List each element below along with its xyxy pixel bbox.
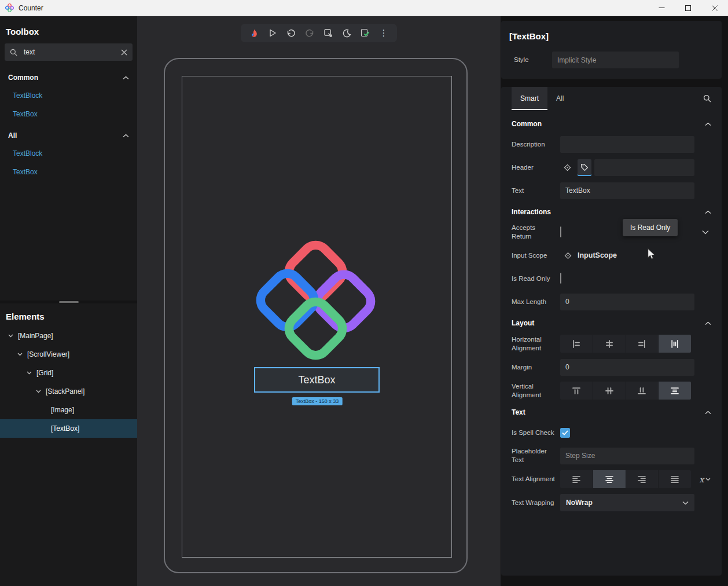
- kebab-menu-icon[interactable]: ⋮: [378, 28, 389, 38]
- section-layout-header[interactable]: Layout: [512, 316, 711, 330]
- margin-input[interactable]: [560, 359, 694, 376]
- chevron-up-icon[interactable]: [705, 122, 711, 126]
- property-row-margin: Margin: [512, 358, 711, 376]
- canvas-textbox-element[interactable]: TextBox: [254, 367, 380, 393]
- style-input[interactable]: [552, 52, 679, 68]
- input-scope-value[interactable]: InputScope: [578, 251, 617, 259]
- clear-search-icon[interactable]: [121, 49, 127, 56]
- binding-diamond-icon[interactable]: [560, 159, 575, 176]
- section-text-header[interactable]: Text: [512, 405, 711, 419]
- select-element-icon[interactable]: [323, 28, 333, 38]
- text-input[interactable]: [560, 182, 694, 199]
- toolbox-item-textbox[interactable]: TextBox: [0, 105, 137, 123]
- property-row-max-length: Max Length: [512, 293, 711, 310]
- is-read-only-checkbox[interactable]: [560, 273, 561, 284]
- tree-item-scrollviewer[interactable]: [ScrollViewer]: [0, 345, 137, 364]
- tree-item-textbox[interactable]: [TextBox]: [0, 419, 137, 438]
- tree-item-label: [ScrollViewer]: [27, 350, 69, 358]
- h-align-stretch-button[interactable]: [659, 335, 691, 353]
- toolbox-item-textbox[interactable]: TextBox: [0, 163, 137, 181]
- property-row-input-scope: Input Scope InputScope: [512, 247, 711, 264]
- theme-moon-icon[interactable]: [341, 28, 352, 38]
- selected-element-title: [TextBox]: [509, 31, 715, 41]
- text-wrapping-dropdown[interactable]: NoWrap: [560, 494, 694, 511]
- row-expander[interactable]: [699, 230, 711, 235]
- chevron-down-icon: [702, 230, 709, 235]
- vertical-alignment-group: [560, 382, 691, 400]
- properties-search-icon[interactable]: [703, 94, 711, 102]
- text-align-left-button[interactable]: [560, 470, 593, 488]
- tag-icon[interactable]: [578, 159, 592, 176]
- property-label: Horizontal Alignment: [512, 335, 556, 353]
- hot-reload-flame-icon[interactable]: [249, 28, 259, 38]
- property-row-accepts-return: Accepts Return: [512, 224, 711, 241]
- chevron-up-icon[interactable]: [705, 411, 711, 415]
- accepts-return-checkbox[interactable]: [560, 226, 561, 237]
- v-align-top-button[interactable]: [560, 382, 593, 400]
- binding-diamond-icon[interactable]: [564, 252, 572, 259]
- section-text: Text Is Spell Check Placeholder Text: [501, 405, 722, 511]
- properties-tabs: Smart All: [501, 87, 722, 110]
- chevron-up-icon[interactable]: [123, 134, 129, 138]
- max-length-input[interactable]: [560, 294, 694, 310]
- h-align-center-button[interactable]: [593, 335, 626, 353]
- tree-item-mainpage[interactable]: [MainPage]: [0, 327, 137, 345]
- tab-smart[interactable]: Smart: [512, 87, 547, 110]
- design-canvas[interactable]: ⋮ TextBox TextBox - 150 x 33: [137, 16, 501, 586]
- style-label: Style: [508, 56, 552, 64]
- property-row-description: Description: [512, 135, 711, 153]
- undo-icon[interactable]: [286, 28, 296, 38]
- h-align-left-button[interactable]: [560, 335, 593, 353]
- is-spell-check-checkbox[interactable]: [560, 428, 570, 438]
- property-label: Accepts Return: [512, 224, 556, 241]
- expression-dropdown[interactable]: x: [700, 475, 711, 484]
- chevron-down-icon: [682, 501, 689, 505]
- text-align-justify-button[interactable]: [659, 470, 691, 488]
- chevron-up-icon[interactable]: [123, 76, 129, 80]
- toolbox-item-textblock[interactable]: TextBlock: [0, 144, 137, 163]
- v-align-bottom-button[interactable]: [626, 382, 659, 400]
- maximize-button[interactable]: [675, 0, 701, 16]
- toolbox-group-common[interactable]: Common: [0, 69, 137, 86]
- chevron-up-icon[interactable]: [705, 321, 711, 325]
- play-icon[interactable]: [267, 28, 278, 38]
- minimize-button[interactable]: [648, 0, 675, 16]
- toolbox-group-all[interactable]: All: [0, 127, 137, 144]
- tree-item-stackpanel[interactable]: [StackPanel]: [0, 382, 137, 401]
- v-align-stretch-button[interactable]: [659, 382, 691, 400]
- chevron-down-icon[interactable]: [16, 353, 23, 356]
- description-input[interactable]: [560, 136, 694, 153]
- tree-item-label: [Grid]: [36, 369, 53, 377]
- app-logo-image[interactable]: [251, 235, 381, 365]
- tool-item-label: TextBox: [13, 168, 38, 176]
- canvas-toolbar: ⋮: [241, 24, 397, 42]
- placeholder-text-input[interactable]: [560, 448, 694, 464]
- section-interactions-header[interactable]: Interactions: [512, 205, 711, 219]
- validation-check-icon[interactable]: [360, 28, 370, 38]
- tab-all[interactable]: All: [547, 87, 572, 110]
- search-input[interactable]: [23, 47, 121, 57]
- toolbox-item-textblock[interactable]: TextBlock: [0, 86, 137, 105]
- close-button[interactable]: [701, 0, 728, 16]
- text-align-center-button[interactable]: [593, 470, 626, 488]
- redo-icon[interactable]: [304, 28, 315, 38]
- horizontal-alignment-group: [560, 335, 691, 353]
- chevron-down-icon[interactable]: [25, 371, 32, 375]
- tree-item-grid[interactable]: [Grid]: [0, 364, 137, 382]
- v-align-center-button[interactable]: [593, 382, 626, 400]
- chevron-up-icon[interactable]: [705, 210, 711, 214]
- splitter-grip-icon: [59, 301, 79, 303]
- property-label: Is Read Only: [512, 274, 556, 283]
- properties-header-card: [TextBox] Style: [501, 21, 722, 79]
- text-align-right-button[interactable]: [626, 470, 659, 488]
- chevron-down-icon[interactable]: [35, 390, 42, 393]
- elements-title: Elements: [0, 303, 137, 325]
- chevron-down-icon[interactable]: [7, 334, 14, 338]
- tree-item-image[interactable]: [Image]: [0, 401, 137, 419]
- properties-panel: [TextBox] Style Smart All Common: [501, 16, 728, 586]
- group-label: All: [8, 131, 17, 140]
- header-input[interactable]: [594, 159, 694, 176]
- h-align-right-button[interactable]: [626, 335, 659, 353]
- section-common-header[interactable]: Common: [512, 117, 711, 131]
- toolbox-search[interactable]: [5, 43, 133, 61]
